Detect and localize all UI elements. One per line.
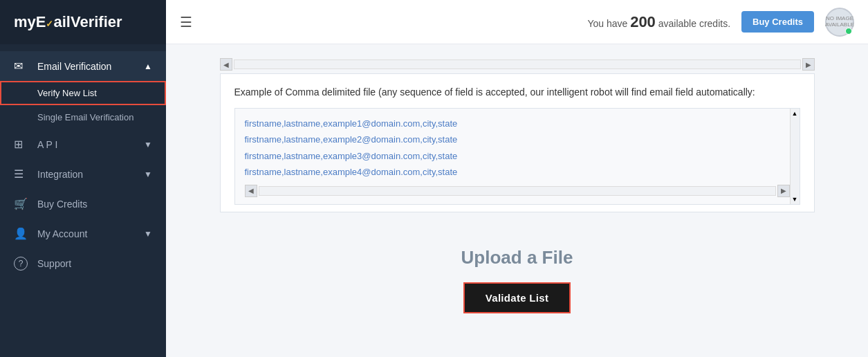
credits-info: You have 200 available credits. <box>587 13 730 31</box>
top-scrollbar: ◀ ▶ <box>220 58 815 71</box>
main-content: ☰ You have 200 available credits. Buy Cr… <box>166 0 868 357</box>
csv-hscrollbar: ◀ ▶ <box>245 185 790 197</box>
chevron-down-icon: ▼ <box>144 229 152 239</box>
chevron-down-icon: ▼ <box>144 140 152 149</box>
chevron-up-icon: ▲ <box>144 62 152 71</box>
upload-section: Upload a File Validate List <box>220 226 815 320</box>
sidebar-item-label: Buy Credits <box>37 199 87 210</box>
logo-check-icon: ✓ <box>46 19 53 29</box>
avatar[interactable]: NO IMAGEAVAILABLE <box>825 8 854 37</box>
csv-line-3: firstname,lastname,example3@domain.com,c… <box>245 148 779 164</box>
scroll-right-btn[interactable]: ▶ <box>802 58 815 71</box>
sidebar-item-label: Integration <box>37 169 83 180</box>
buy-credits-button[interactable]: Buy Credits <box>741 11 814 33</box>
sidebar-item-email-verification[interactable]: ✉ Email Verification ▲ <box>0 51 166 81</box>
integration-icon: ☰ <box>14 167 28 181</box>
sidebar-sub-verify-new-list[interactable]: Verify New List <box>0 81 166 105</box>
topbar: ☰ You have 200 available credits. Buy Cr… <box>166 0 868 44</box>
csv-lines: firstname,lastname,example1@domain.com,c… <box>245 116 790 181</box>
sidebar-item-buy-credits[interactable]: 🛒 Buy Credits <box>0 189 166 219</box>
sidebar-nav: ✉ Email Verification ▲ Verify New List S… <box>0 44 166 357</box>
csv-line-2: firstname,lastname,example2@domain.com,c… <box>245 131 779 147</box>
csv-vscrollbar[interactable]: ▲ ▼ <box>790 109 800 204</box>
email-icon: ✉ <box>14 60 28 73</box>
sidebar-item-label: A P I <box>37 139 57 150</box>
sidebar-sub-label: Single Email Verification <box>37 112 133 122</box>
scroll-left-btn[interactable]: ◀ <box>220 58 232 71</box>
logo: myE✓ailVerifier <box>0 0 166 44</box>
user-icon: 👤 <box>14 227 28 240</box>
sidebar-item-integration[interactable]: ☰ Integration ▼ <box>0 159 166 189</box>
validate-list-button[interactable]: Validate List <box>463 282 571 313</box>
scroll-right-csv-btn[interactable]: ▶ <box>777 185 790 197</box>
content-inner: ◀ ▶ Example of Comma delimited file (any… <box>199 44 835 341</box>
scroll-left-csv-btn[interactable]: ◀ <box>245 185 257 197</box>
sidebar-item-support[interactable]: ? Support <box>0 248 166 279</box>
scroll-track-top[interactable] <box>234 60 801 69</box>
cart-icon: 🛒 <box>14 197 28 210</box>
sidebar-item-label: Support <box>37 258 71 269</box>
avatar-text: NO IMAGEAVAILABLE <box>825 16 854 28</box>
upload-title: Upload a File <box>461 247 573 268</box>
sidebar-sub-single-email[interactable]: Single Email Verification <box>0 105 166 129</box>
credits-prefix: You have <box>587 18 627 29</box>
sidebar-item-label: My Account <box>37 228 87 239</box>
example-title: Example of Comma delimited file (any seq… <box>234 85 800 100</box>
scroll-up-btn[interactable]: ▲ <box>791 109 800 118</box>
question-icon: ? <box>14 257 28 271</box>
sidebar-item-label: Email Verification <box>37 61 111 72</box>
chevron-down-icon: ▼ <box>144 170 152 179</box>
example-section: Example of Comma delimited file (any seq… <box>220 73 815 212</box>
logo-text: myE✓ailVerifier <box>14 13 122 31</box>
sidebar-sub-label: Verify New List <box>37 88 97 98</box>
credits-count: 200 <box>630 13 656 30</box>
scroll-track-h[interactable] <box>259 186 776 196</box>
csv-line-1: firstname,lastname,example1@domain.com,c… <box>245 116 779 131</box>
page-content: ◀ ▶ Example of Comma delimited file (any… <box>166 44 868 357</box>
topbar-right: You have 200 available credits. Buy Cred… <box>587 8 854 37</box>
topbar-left: ☰ <box>180 14 192 30</box>
api-icon: ⊞ <box>14 138 28 151</box>
csv-preview: ▲ ▼ firstname,lastname,example1@domain.c… <box>234 108 800 205</box>
online-indicator <box>845 28 852 35</box>
sidebar-item-my-account[interactable]: 👤 My Account ▼ <box>0 219 166 248</box>
csv-line-4: firstname,lastname,example4@domain.com,c… <box>245 164 779 180</box>
menu-toggle-icon[interactable]: ☰ <box>180 14 192 30</box>
sidebar-item-api[interactable]: ⊞ A P I ▼ <box>0 129 166 159</box>
credits-suffix: available credits. <box>658 18 730 29</box>
scroll-down-btn[interactable]: ▼ <box>791 194 800 204</box>
sidebar: myE✓ailVerifier ✉ Email Verification ▲ V… <box>0 0 166 357</box>
